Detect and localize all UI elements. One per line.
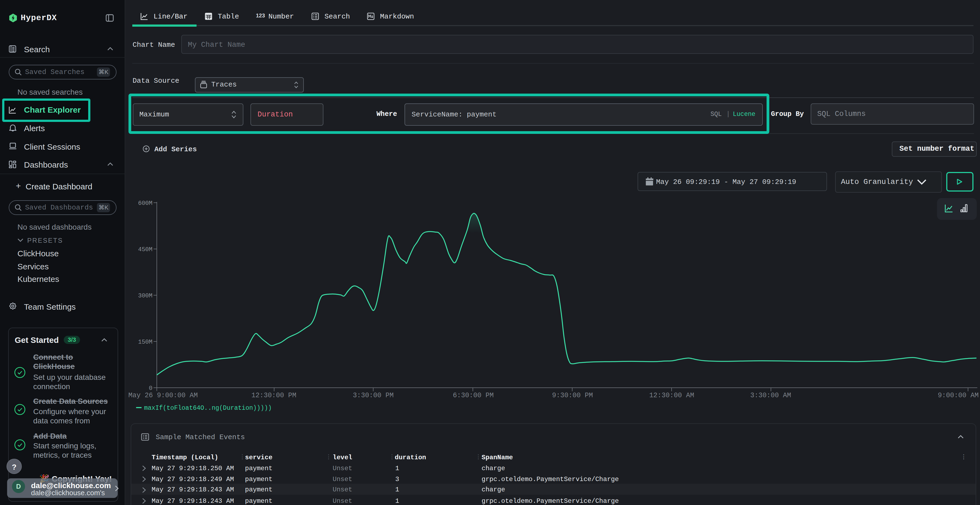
svg-text:maxIf(toFloat64O..ng(Duration): maxIf(toFloat64O..ng(Duration))))) — [144, 405, 272, 412]
svg-text:9:00:00 AM: 9:00:00 AM — [938, 392, 978, 399]
svg-text:6:30:00 PM: 6:30:00 PM — [453, 392, 494, 399]
svg-text:450M: 450M — [138, 246, 153, 253]
svg-text:3:30:00 PM: 3:30:00 PM — [353, 392, 394, 399]
svg-text:3:30:00 AM: 3:30:00 AM — [750, 392, 791, 399]
svg-text:May 26 9:00:00 AM: May 26 9:00:00 AM — [128, 392, 197, 399]
svg-text:12:30:00 AM: 12:30:00 AM — [649, 392, 694, 399]
svg-text:0: 0 — [149, 385, 153, 392]
svg-text:150M: 150M — [138, 339, 153, 346]
svg-text:300M: 300M — [138, 292, 153, 299]
svg-text:12:30:00 PM: 12:30:00 PM — [251, 392, 296, 399]
svg-text:600M: 600M — [138, 200, 153, 207]
svg-text:9:30:00 PM: 9:30:00 PM — [552, 392, 593, 399]
